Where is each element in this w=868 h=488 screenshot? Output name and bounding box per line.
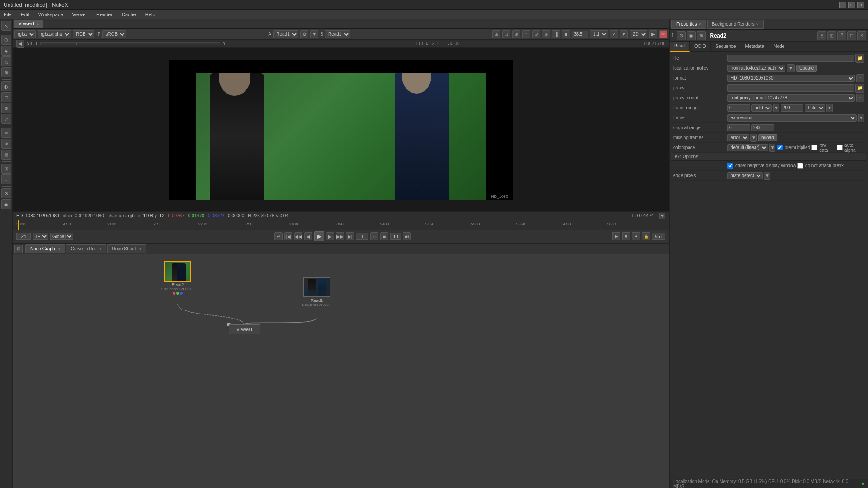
current-frame-input[interactable]: [356, 233, 368, 240]
ratio-select[interactable]: 1:1: [590, 30, 608, 38]
tl-next-frame-btn[interactable]: ▶▶: [336, 232, 344, 240]
prop-tab-sequence[interactable]: Sequence: [711, 42, 741, 52]
prop-original-to[interactable]: [751, 124, 774, 131]
prop-frame-range-to[interactable]: [781, 104, 803, 112]
toolbar-transform-btn[interactable]: ⤢: [1, 114, 11, 124]
viewer-icon-7[interactable]: ▐: [552, 30, 560, 38]
prop-file-browse-btn[interactable]: 📁: [855, 54, 864, 63]
node-read2[interactable]: Read2 SequenceFIVE001...: [160, 261, 196, 295]
end-frame-input[interactable]: [652, 233, 665, 240]
viewer1-close-icon[interactable]: ×: [37, 22, 39, 26]
tl-next-1-btn[interactable]: ▶: [326, 232, 334, 240]
prop-tab-read[interactable]: Read: [670, 42, 690, 52]
toolbar-filter-btn[interactable]: ◻: [1, 92, 11, 102]
toolbar-arrow-btn[interactable]: ↖: [1, 21, 11, 31]
toolbar-channel-btn[interactable]: ▤: [1, 150, 11, 160]
frame-slider[interactable]: [40, 42, 220, 45]
frame-skip-input[interactable]: [390, 233, 401, 240]
status-end-icon[interactable]: ▼: [659, 213, 665, 219]
prop-tab-ocio[interactable]: OCIO: [690, 42, 711, 52]
prop-offset-check[interactable]: [727, 163, 733, 169]
menu-render[interactable]: Render: [94, 12, 114, 17]
rp-tab-properties[interactable]: Properties ×: [671, 20, 706, 29]
node-read1[interactable]: Read1 Sequence05000...: [299, 277, 335, 307]
tl-prev-1-btn[interactable]: ◀: [304, 232, 312, 240]
colorspace-select[interactable]: RGB: [73, 30, 94, 38]
prop-rawdata-check[interactable]: [811, 145, 817, 150]
tab-node-graph-close[interactable]: ×: [57, 247, 60, 251]
prop-tab-node[interactable]: Node: [769, 42, 789, 52]
rp-properties-close[interactable]: ×: [699, 22, 701, 27]
toolbar-geo-btn[interactable]: △: [1, 56, 11, 66]
prop-tool-close[interactable]: ×: [857, 31, 866, 40]
viewer-icon-1[interactable]: ⊞: [492, 30, 500, 38]
ng-icon[interactable]: ⊞: [14, 245, 23, 253]
prop-format-select[interactable]: HD_1080 868x488: [727, 75, 855, 82]
tl-prev-first-btn[interactable]: |◀: [284, 232, 292, 240]
tl-prev-frame-btn[interactable]: ◀◀: [294, 232, 302, 240]
menu-workspace[interactable]: Workspace: [37, 12, 65, 17]
toolbar-merge-btn[interactable]: ⊕: [1, 103, 11, 113]
tab-dope-sheet[interactable]: Dope Sheet ×: [107, 244, 146, 253]
tab-dope-sheet-close[interactable]: ×: [138, 247, 141, 251]
tl-skip-fwd-btn[interactable]: ⏭: [403, 232, 411, 240]
zoom-input[interactable]: [572, 31, 588, 38]
toolbar-particle-btn[interactable]: ⊕: [1, 67, 11, 77]
tf-select[interactable]: TF: [33, 233, 48, 240]
menu-cache[interactable]: Cache: [120, 12, 138, 17]
fps-input[interactable]: [16, 233, 31, 240]
viewer-icon-3[interactable]: ⊕: [512, 30, 520, 38]
prop-edge-pixels-select[interactable]: plate detect: [727, 172, 763, 179]
viewer-last-icon[interactable]: ▶: [649, 30, 657, 38]
rp-bg-renders-close[interactable]: ×: [756, 22, 759, 27]
tl-play-icon[interactable]: ▶: [612, 232, 620, 240]
tab-node-graph[interactable]: Node Graph ×: [25, 244, 65, 253]
tl-next-last-btn[interactable]: ▶|: [346, 232, 354, 240]
toolbar-write-btn[interactable]: ↓: [1, 174, 11, 184]
toolbar-other-btn[interactable]: ⊞: [1, 164, 11, 174]
viewer-expand-icon[interactable]: ⤢: [610, 30, 618, 38]
tab-curve-editor[interactable]: Curve Editor ×: [66, 244, 106, 253]
prop-input-proxy[interactable]: [727, 84, 854, 92]
node-viewer1[interactable]: Viewer1: [229, 324, 260, 334]
prop-frame-range-mode1[interactable]: hold: [751, 104, 772, 112]
toolbar-scene-btn[interactable]: ⬡: [1, 35, 11, 45]
toolbar-color-btn[interactable]: ◐: [1, 81, 11, 91]
toolbar-draw-btn[interactable]: ✏: [1, 128, 11, 138]
prop-tool-help[interactable]: ?: [837, 31, 846, 40]
toolbar-brush-btn[interactable]: ⊗: [1, 188, 11, 198]
toolbar-roto-btn[interactable]: ◉: [1, 199, 11, 209]
viewer-more-icon[interactable]: ▼: [620, 30, 628, 38]
prop-input-file[interactable]: E:/Natron/EXRs/SequenceFIVE###.exr: [727, 55, 854, 62]
tl-record-icon[interactable]: ●: [632, 232, 640, 240]
tl-play-btn[interactable]: ▶: [314, 231, 324, 241]
prop-reload-btn[interactable]: reload: [758, 134, 777, 141]
srgb-select[interactable]: sRGB: [102, 30, 126, 38]
prop-proxy-browse-btn[interactable]: 📁: [855, 84, 864, 93]
tl-lock-icon[interactable]: 🔒: [642, 232, 650, 240]
viewer-icon-2[interactable]: □: [502, 30, 510, 38]
prop-tool-1[interactable]: ⊙: [677, 31, 686, 40]
viewer-icon-4[interactable]: ≡: [522, 30, 530, 38]
menu-viewer[interactable]: Viewer: [71, 12, 89, 17]
prop-premultiplied-check[interactable]: [777, 145, 783, 150]
tab-curve-editor-close[interactable]: ×: [99, 247, 101, 251]
a-menu-icon[interactable]: ▼: [310, 30, 318, 38]
prop-original-from[interactable]: [727, 124, 750, 131]
viewer-icon-5[interactable]: ⊙: [532, 30, 540, 38]
toolbar-time-btn[interactable]: ⊛: [1, 139, 11, 149]
tl-loop-btn[interactable]: ↩: [274, 232, 283, 240]
channel-rgba-select[interactable]: rgba: [14, 30, 36, 38]
toolbar-camera-btn[interactable]: ◈: [1, 46, 11, 56]
rp-tab-bg-renders[interactable]: Background Renders ×: [707, 20, 764, 29]
a-settings-icon[interactable]: ⚙: [300, 30, 308, 38]
tl-stop-icon[interactable]: ■: [622, 232, 630, 240]
prop-tool-copy[interactable]: ⎘: [817, 31, 826, 40]
prop-tool-paste[interactable]: ⎗: [827, 31, 836, 40]
frame-prev-icon[interactable]: ◀: [16, 40, 24, 48]
maximize-button[interactable]: □: [848, 2, 855, 8]
prop-missing-frames-select[interactable]: error: [727, 134, 749, 141]
prop-tool-3[interactable]: ⊕: [697, 31, 706, 40]
node-graph-canvas[interactable]: Read2 SequenceFIVE001...: [13, 254, 669, 488]
prop-frame-range-mode2[interactable]: hold: [805, 104, 825, 112]
